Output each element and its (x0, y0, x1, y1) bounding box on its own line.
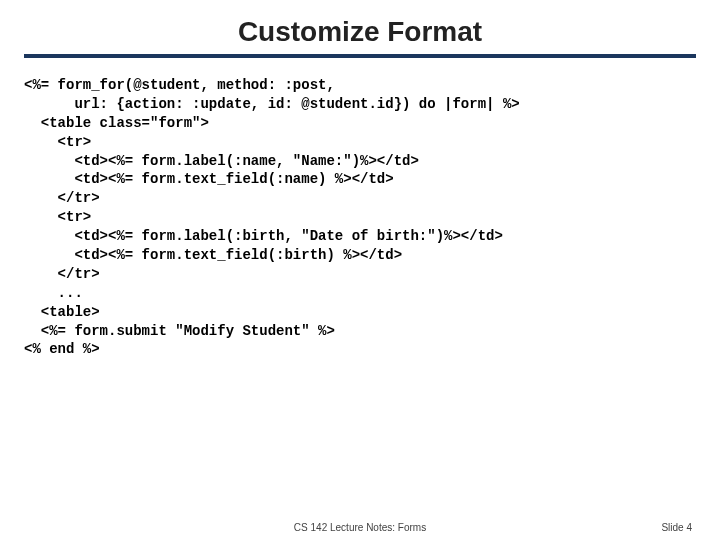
title-divider (24, 54, 696, 58)
code-block: <%= form_for(@student, method: :post, ur… (24, 76, 696, 359)
footer-center-text: CS 142 Lecture Notes: Forms (294, 522, 426, 533)
page-title: Customize Format (24, 16, 696, 48)
footer-right-text: Slide 4 (661, 522, 692, 533)
slide-container: Customize Format <%= form_for(@student, … (0, 0, 720, 540)
